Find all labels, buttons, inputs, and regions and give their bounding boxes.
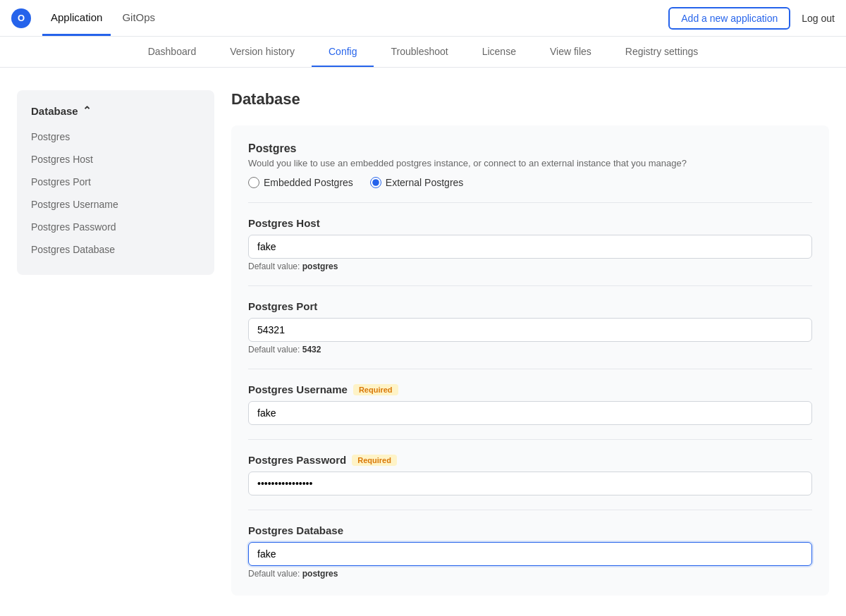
sub-tab-registry-settings[interactable]: Registry settings xyxy=(608,37,715,67)
top-nav: O Application GitOps Add a new applicati… xyxy=(0,0,846,37)
nav-right: Add a new application Log out xyxy=(668,7,835,30)
sidebar-item-postgres-host[interactable]: Postgres Host xyxy=(17,148,214,171)
divider-3 xyxy=(248,369,812,369)
chevron-up-icon: ⌃ xyxy=(82,104,92,117)
postgres-section: Postgres Would you like to use an embedd… xyxy=(248,142,812,188)
postgres-port-default: Default value: 5432 xyxy=(248,345,812,355)
postgres-username-label: Postgres Username Required xyxy=(248,383,812,395)
postgres-host-default: Default value: postgres xyxy=(248,261,812,271)
sub-tab-view-files[interactable]: View files xyxy=(533,37,608,67)
nav-tabs: Application GitOps xyxy=(42,0,164,36)
postgres-database-group: Postgres Database Default value: postgre… xyxy=(248,524,812,579)
embedded-postgres-radio[interactable] xyxy=(248,177,259,188)
postgres-database-label: Postgres Database xyxy=(248,524,812,536)
postgres-host-group: Postgres Host Default value: postgres xyxy=(248,217,812,271)
postgres-port-input[interactable] xyxy=(248,318,812,342)
database-card: Postgres Would you like to use an embedd… xyxy=(231,125,829,596)
form-area: Database Postgres Would you like to use … xyxy=(231,90,829,616)
sidebar-item-postgres-database[interactable]: Postgres Database xyxy=(17,238,214,261)
postgres-port-label: Postgres Port xyxy=(248,300,812,312)
postgres-radio-group: Embedded Postgres External Postgres xyxy=(248,177,812,188)
divider-2 xyxy=(248,285,812,286)
sidebar-section-title: Database ⌃ xyxy=(17,104,214,125)
logo: O xyxy=(11,8,31,28)
sidebar: Database ⌃ Postgres Postgres Host Postgr… xyxy=(17,90,214,275)
postgres-password-group: Postgres Password Required xyxy=(248,454,812,495)
external-postgres-radio-label[interactable]: External Postgres xyxy=(370,177,464,188)
divider-4 xyxy=(248,439,812,440)
sub-nav: Dashboard Version history Config Trouble… xyxy=(0,37,846,68)
embedded-postgres-label: Embedded Postgres xyxy=(264,177,353,188)
divider-5 xyxy=(248,510,812,510)
page-title: Database xyxy=(231,90,829,109)
sub-tab-troubleshoot[interactable]: Troubleshoot xyxy=(374,37,465,67)
postgres-password-label: Postgres Password Required xyxy=(248,454,812,466)
external-postgres-label: External Postgres xyxy=(386,177,464,188)
postgres-section-title: Postgres xyxy=(248,142,812,155)
sidebar-item-postgres-password[interactable]: Postgres Password xyxy=(17,216,214,238)
postgres-password-input[interactable] xyxy=(248,472,812,495)
main-content: Database ⌃ Postgres Postgres Host Postgr… xyxy=(0,68,846,616)
add-new-application-button[interactable]: Add a new application xyxy=(668,7,790,30)
embedded-postgres-radio-label[interactable]: Embedded Postgres xyxy=(248,177,353,188)
sidebar-item-postgres-port[interactable]: Postgres Port xyxy=(17,171,214,193)
postgres-section-desc: Would you like to use an embedded postgr… xyxy=(248,158,812,168)
sub-tab-version-history[interactable]: Version history xyxy=(213,37,312,67)
sub-tab-license[interactable]: License xyxy=(465,37,533,67)
sub-tab-config[interactable]: Config xyxy=(312,37,374,67)
postgres-host-label: Postgres Host xyxy=(248,217,812,229)
postgres-username-group: Postgres Username Required xyxy=(248,383,812,425)
postgres-database-default: Default value: postgres xyxy=(248,569,812,579)
external-postgres-radio[interactable] xyxy=(370,177,381,188)
postgres-username-input[interactable] xyxy=(248,401,812,425)
sidebar-item-postgres-username[interactable]: Postgres Username xyxy=(17,193,214,216)
sub-tab-dashboard[interactable]: Dashboard xyxy=(131,37,214,67)
postgres-password-required-badge: Required xyxy=(352,455,397,466)
logout-button[interactable]: Log out xyxy=(802,13,835,24)
postgres-host-input[interactable] xyxy=(248,235,812,259)
postgres-database-input[interactable] xyxy=(248,542,812,566)
postgres-port-group: Postgres Port Default value: 5432 xyxy=(248,300,812,355)
sidebar-item-postgres[interactable]: Postgres xyxy=(17,125,214,148)
nav-tab-gitops[interactable]: GitOps xyxy=(114,0,164,36)
postgres-username-required-badge: Required xyxy=(353,384,398,395)
divider-1 xyxy=(248,202,812,203)
nav-tab-application[interactable]: Application xyxy=(42,0,111,36)
